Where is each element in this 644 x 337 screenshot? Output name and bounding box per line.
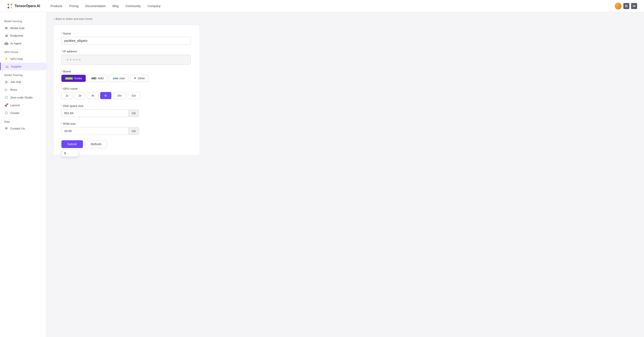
action-section: Submit Refresh 8 — [62, 140, 192, 148]
name-input[interactable] — [62, 37, 190, 45]
refresh-button[interactable]: Refresh — [86, 140, 107, 148]
sidebar-item-job-hub[interactable]: ◎ Job Hub — [0, 78, 46, 86]
gpu-count-32x[interactable]: 32x — [128, 92, 140, 99]
sidebar-item-label: Launch — [10, 104, 20, 107]
breadcrumb-arrow: ‹ — [54, 17, 54, 21]
ip-label: * IP address — [62, 50, 192, 53]
ip-dot-5 — [79, 59, 80, 61]
brand-other-btn[interactable]: 👁 Other — [130, 75, 148, 82]
svg-point-0 — [8, 4, 9, 6]
sidebar-item-label: Model Hub — [10, 27, 24, 30]
brand-field: * Brand NVIDIA Nvidia AMD AMD intel Inte… — [62, 70, 192, 82]
gpu-hub-icon: ⚡ — [4, 57, 8, 61]
nav-blog[interactable]: Blog — [112, 4, 118, 9]
section-model-training: Model Training — [0, 70, 46, 78]
disk-input-group: GB — [62, 109, 139, 117]
svg-rect-9 — [633, 6, 636, 7]
sidebar-item-contact-us[interactable]: ✉ Contact Us — [0, 125, 46, 132]
amd-logo: AMD — [91, 77, 96, 80]
ram-field: * RAM size GB — [62, 122, 192, 135]
top-navigation: TensorOpera AI Products Pricing Document… — [0, 0, 644, 12]
sidebar-item-supplier[interactable]: 🗂 Supplier — [0, 63, 46, 70]
nav-community[interactable]: Community — [126, 4, 141, 9]
endpoints-icon: 🖥 — [4, 34, 8, 38]
brand-nvidia-btn[interactable]: NVIDIA Nvidia — [62, 75, 86, 82]
required-star: * — [62, 122, 62, 125]
ram-unit: GB — [128, 127, 139, 135]
nav-company[interactable]: Company — [148, 4, 160, 9]
brand-group: NVIDIA Nvidia AMD AMD intel Intel 👁 Othe… — [62, 75, 192, 82]
disk-unit: GB — [128, 110, 139, 117]
dropdown-hint[interactable]: 8 — [62, 150, 78, 157]
sidebar-item-endpoints[interactable]: 🖥 Endpoints — [0, 32, 46, 40]
gpu-count-1x[interactable]: 1x — [62, 92, 72, 99]
gpu-count-field: * GPU count 1x 2x 4x 8x 16x 32x — [62, 87, 192, 99]
sidebar-item-label: Endpoints — [10, 34, 23, 37]
breadcrumb[interactable]: ‹ Back to share and earn home — [54, 17, 637, 21]
sidebar-item-label: GPU Hub — [10, 57, 23, 61]
nvidia-icon: NVIDIA — [65, 77, 73, 80]
brand-intel-label: Intel — [120, 77, 125, 80]
nav-pricing[interactable]: Pricing — [69, 4, 78, 9]
job-hub-icon: ◎ — [4, 80, 8, 84]
ram-label: * RAM size — [62, 122, 192, 125]
gpu-count-2x[interactable]: 2x — [74, 92, 86, 99]
supplier-icon: 🗂 — [5, 65, 9, 68]
sidebar-item-cluster[interactable]: ⬡ Cluster — [0, 109, 46, 117]
sidebar-item-ai-agent[interactable]: 🤖 AI Agent — [0, 40, 46, 47]
disk-field: * Disk space size GB — [62, 104, 192, 117]
launch-icon: 🚀 — [4, 103, 8, 107]
sidebar-item-launch[interactable]: 🚀 Launch — [0, 101, 46, 109]
nav-icon-btn-2[interactable] — [631, 3, 637, 9]
brand-other-label: Other — [138, 77, 145, 80]
required-star: * — [62, 70, 62, 73]
ip-dot-4 — [76, 59, 78, 61]
ram-input-group: GB — [62, 127, 139, 135]
sidebar-item-gpu-hub[interactable]: ⚡ GPU Hub — [0, 55, 46, 63]
svg-rect-6 — [625, 6, 626, 7]
ip-field: * IP address — [62, 50, 192, 65]
nav-icon-btn-1[interactable] — [623, 3, 629, 9]
model-hub-icon: ⊞ — [4, 26, 8, 30]
gpu-count-16x[interactable]: 16x — [113, 92, 126, 99]
brand-nvidia-label: Nvidia — [74, 77, 82, 80]
submit-button[interactable]: Submit — [62, 140, 83, 148]
brand-amd-btn[interactable]: AMD AMD — [88, 75, 108, 82]
sidebar-item-label: Cluster — [10, 111, 20, 115]
main-content: ‹ Back to share and earn home * Name * I… — [46, 12, 644, 337]
sidebar-item-label: Contact Us — [10, 127, 25, 130]
svg-point-3 — [10, 7, 12, 9]
sidebar-item-label: Zero-code Studio — [10, 96, 33, 99]
ip-dot-2 — [70, 59, 72, 61]
intel-logo: intel — [113, 77, 118, 80]
logo[interactable]: TensorOpera AI — [7, 3, 40, 9]
svg-point-2 — [8, 7, 9, 9]
name-label: * Name — [62, 32, 192, 35]
nav-products[interactable]: Products — [50, 4, 62, 9]
logo-text: TensorOpera AI — [15, 4, 40, 8]
sidebar-item-model-hub[interactable]: ⊞ Model Hub — [0, 24, 46, 32]
zero-code-icon: ⬡ — [4, 96, 8, 99]
svg-rect-7 — [626, 6, 628, 7]
sidebar-item-label: Job Hub — [10, 80, 21, 84]
brand-intel-btn[interactable]: intel Intel — [109, 75, 128, 82]
gpu-count-8x[interactable]: 8x — [100, 92, 111, 99]
brand-label: * Brand — [62, 70, 192, 73]
contact-us-icon: ✉ — [4, 127, 8, 130]
required-star: * — [62, 104, 62, 108]
avatar[interactable] — [615, 3, 622, 10]
nav-documentation[interactable]: Documentation — [85, 4, 106, 9]
required-star: * — [62, 50, 62, 53]
svg-rect-8 — [633, 6, 636, 6]
sidebar-item-label: Supplier — [11, 65, 22, 68]
breadcrumb-text: Back to share and earn home — [56, 17, 92, 21]
ram-input[interactable] — [62, 127, 128, 135]
sidebar-item-runs[interactable]: ▷ Runs — [0, 86, 46, 94]
disk-input[interactable] — [62, 109, 128, 117]
sidebar-item-zero-code[interactable]: ⬡ Zero-code Studio — [0, 94, 46, 101]
form-card: * Name * IP address — [54, 25, 200, 155]
nav-links: Products Pricing Documentation Blog Comm… — [50, 4, 615, 9]
other-icon: 👁 — [134, 77, 136, 80]
ip-input-display — [62, 55, 190, 65]
gpu-count-4x[interactable]: 4x — [87, 92, 98, 99]
